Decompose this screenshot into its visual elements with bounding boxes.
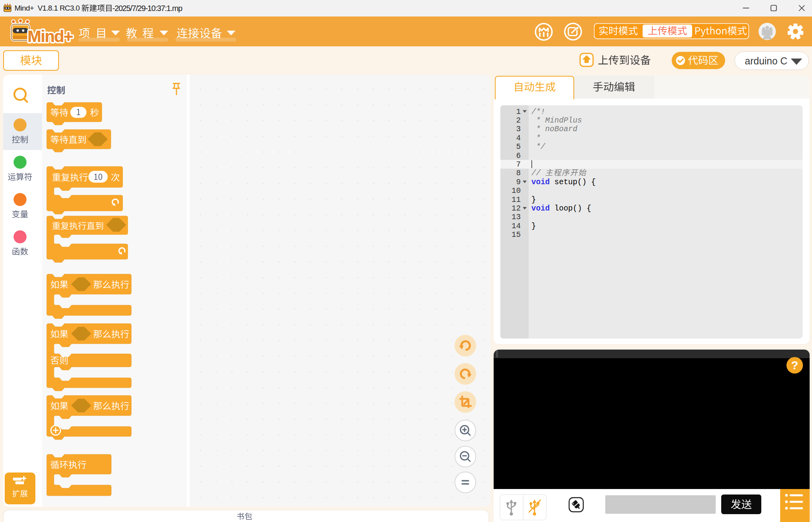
svg-text:loop() {: loop() { — [550, 204, 591, 213]
svg-text:7: 7 — [516, 160, 521, 169]
svg-text:}: } — [531, 222, 536, 231]
svg-text:/*!: /*! — [531, 108, 545, 116]
svg-text:}: } — [531, 196, 536, 204]
svg-text:15: 15 — [512, 231, 521, 239]
svg-text:12: 12 — [512, 204, 521, 213]
svg-text:void: void — [531, 204, 550, 213]
svg-text:9: 9 — [516, 178, 521, 187]
svg-text:10: 10 — [512, 187, 521, 195]
svg-text://: // — [531, 169, 545, 178]
svg-text:14: 14 — [512, 222, 521, 231]
svg-text:4: 4 — [516, 134, 521, 143]
svg-text:6: 6 — [516, 152, 521, 160]
svg-text:3: 3 — [516, 125, 521, 134]
svg-text:?: ? — [791, 359, 798, 372]
svg-text:setup() {: setup() { — [550, 178, 596, 187]
svg-text:11: 11 — [512, 196, 521, 204]
svg-text:13: 13 — [512, 213, 521, 222]
svg-text:void: void — [531, 178, 550, 187]
svg-text:* MindPlus: * MindPlus — [531, 116, 582, 125]
svg-text:* noBoard: * noBoard — [531, 125, 577, 134]
svg-text:2: 2 — [516, 116, 521, 125]
svg-text:8: 8 — [516, 169, 521, 178]
svg-text:*/: */ — [531, 143, 546, 151]
svg-text:1: 1 — [516, 108, 521, 116]
svg-text:*: * — [531, 134, 540, 143]
svg-text:5: 5 — [516, 143, 521, 151]
